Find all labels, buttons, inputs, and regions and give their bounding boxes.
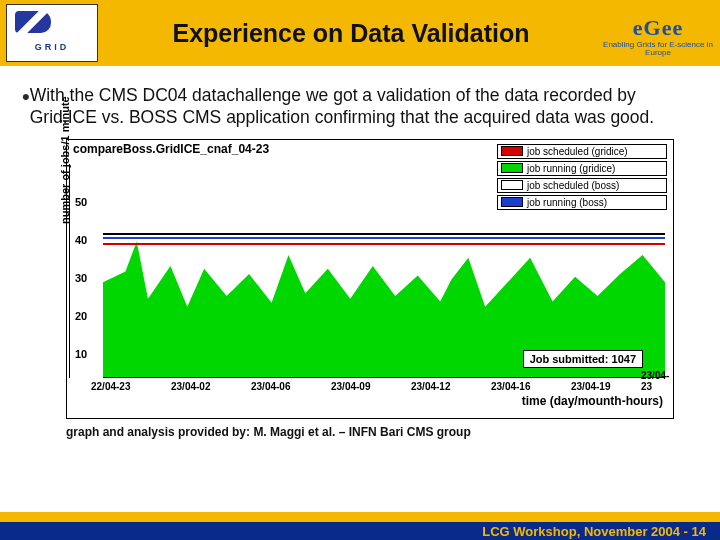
credit-line: graph and analysis provided by: M. Maggi… [66,425,698,439]
series-scheduled-gridice [103,243,665,245]
chart-container: compareBoss.GridICE_cnaf_04-23 number of… [66,139,674,419]
legend-item: job running (gridice) [497,161,667,176]
series-scheduled-boss [103,233,665,235]
ytick: 10 [75,348,87,360]
bullet-text: With the CMS DC04 datachallenge we got a… [30,84,698,129]
body-area: • With the CMS DC04 datachallenge we got… [0,66,720,439]
egee-logo: eGee Enabling Grids for E-science in Eur… [598,1,718,65]
ytick: 50 [75,196,87,208]
chart-legend: job scheduled (gridice) job running (gri… [497,144,667,212]
legend-item: job scheduled (gridice) [497,144,667,159]
swatch-icon [501,197,523,207]
chart-title: compareBoss.GridICE_cnaf_04-23 [73,142,269,156]
xtick: 23/04-09 [331,381,370,392]
legend-label: job scheduled (boss) [527,180,619,191]
page-title: Experience on Data Validation [104,19,598,48]
legend-item: job scheduled (boss) [497,178,667,193]
ytick: 20 [75,310,87,322]
legend-item: job running (boss) [497,195,667,210]
egee-subtitle: Enabling Grids for E-science in Europe [598,41,718,58]
header-bar: GRID Experience on Data Validation eGee … [0,0,720,66]
xtick: 23/04-16 [491,381,530,392]
bullet-icon: • [22,86,30,129]
chart-yaxis [69,164,70,378]
egee-dots-icon [644,9,673,13]
series-running-boss [103,237,665,239]
swatch-icon [501,180,523,190]
legend-label: job running (gridice) [527,163,615,174]
chart-xlabel: time (day/mounth-hours) [522,394,663,408]
xtick: 23/04-23 [641,370,673,392]
ytick: 40 [75,234,87,246]
chart-xaxis [103,377,665,378]
footer: LCG Workshop, November 2004 - 14 [0,512,720,540]
bullet-item: • With the CMS DC04 datachallenge we got… [22,84,698,129]
infn-logo-label: GRID [35,42,70,52]
legend-label: job running (boss) [527,197,607,208]
infn-logo: GRID [6,4,98,62]
legend-label: job scheduled (gridice) [527,146,628,157]
xtick: 23/04-02 [171,381,210,392]
egee-logo-label: eGee [633,15,683,41]
xtick: 23/04-06 [251,381,290,392]
annotation-box: Job submitted: 1047 [523,350,643,368]
swatch-icon [501,163,523,173]
xtick: 23/04-12 [411,381,450,392]
ytick: 30 [75,272,87,284]
swatch-icon [501,146,523,156]
xtick: 22/04-23 [91,381,130,392]
xtick: 23/04-19 [571,381,610,392]
footer-text: LCG Workshop, November 2004 - 14 [482,524,706,539]
